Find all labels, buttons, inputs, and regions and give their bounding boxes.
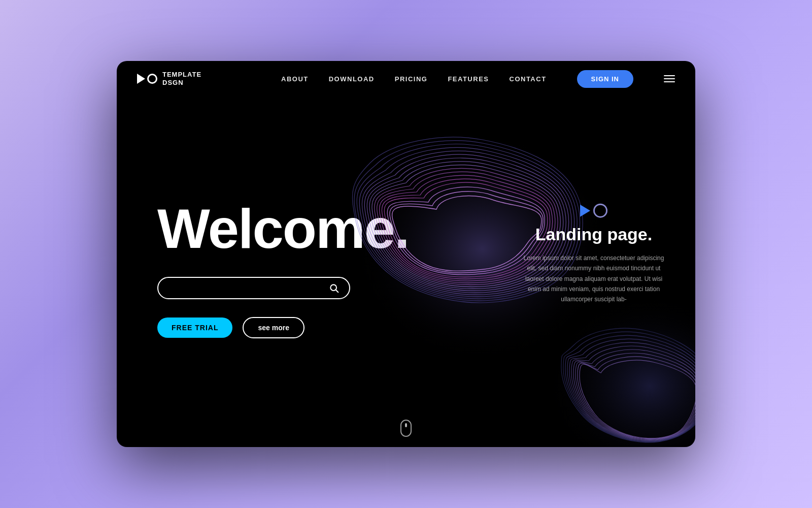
see-more-button[interactable]: see more <box>243 317 304 338</box>
nav-features[interactable]: FEATURES <box>448 75 489 83</box>
scroll-dot <box>405 423 407 427</box>
scroll-mouse <box>400 420 412 437</box>
hamburger-line <box>664 75 675 76</box>
logo-icon <box>137 74 157 84</box>
nav-pricing[interactable]: PRICING <box>395 75 428 83</box>
nav-about[interactable]: ABOUT <box>281 75 309 83</box>
logo-text: TEMPLATE DSGN <box>162 71 201 86</box>
mini-circle-icon <box>593 204 607 218</box>
search-button[interactable] <box>329 283 339 293</box>
search-input[interactable] <box>168 283 329 292</box>
nav-download[interactable]: DOWNLOAD <box>329 75 375 83</box>
hamburger-line <box>664 81 675 82</box>
nav-contact[interactable]: CONTACT <box>510 75 547 83</box>
screen: TEMPLATE DSGN ABOUT DOWNLOAD PRICING FEA… <box>117 61 695 447</box>
landing-title: Landing page. <box>523 224 665 245</box>
right-panel: Landing page. Lorem ipsum dolor sit amet… <box>523 204 665 305</box>
landing-description: Lorem ipsum dolor sit amet, consectetuer… <box>523 252 665 304</box>
mini-play-icon <box>580 205 590 217</box>
cta-buttons: FREE TRIAL see more <box>157 317 655 338</box>
free-trial-button[interactable]: FREE TRIAL <box>157 318 232 338</box>
scroll-indicator <box>400 420 412 437</box>
logo-circle-icon <box>147 74 157 84</box>
navbar: TEMPLATE DSGN ABOUT DOWNLOAD PRICING FEA… <box>117 61 695 97</box>
hamburger-line <box>664 78 675 79</box>
logo-play-icon <box>137 74 145 84</box>
sign-in-button[interactable]: SIGN IN <box>577 70 633 88</box>
nav-links: ABOUT DOWNLOAD PRICING FEATURES CONTACT … <box>281 70 675 88</box>
logo[interactable]: TEMPLATE DSGN <box>137 71 201 86</box>
search-bar <box>157 277 350 299</box>
hamburger-menu[interactable] <box>664 75 675 82</box>
svg-line-3 <box>336 290 339 292</box>
search-icon <box>329 283 339 293</box>
mini-logo <box>523 204 665 218</box>
